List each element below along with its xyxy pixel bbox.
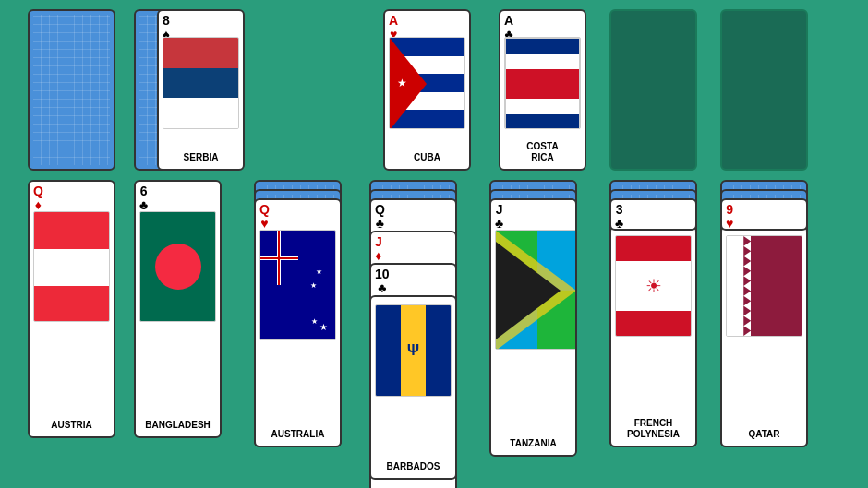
country-name-cuba: CUBA xyxy=(385,152,469,163)
card-9hearts[interactable]: 9♥ xyxy=(720,198,808,231)
card-value-australia: Q ♥ xyxy=(259,203,270,232)
country-name-austria: AUSTRIA xyxy=(30,420,114,431)
card-value-9h: 9♥ xyxy=(726,203,733,231)
card-3clubs[interactable]: 3♣ xyxy=(609,198,697,231)
card-austria[interactable]: Q ♦ AUSTRIA xyxy=(28,180,115,438)
game-area: 8 ♠ SERBIA A ♥ ★ xyxy=(0,0,868,488)
country-name-australia: AUSTRALIA xyxy=(256,429,340,440)
card-french-polynesia[interactable]: ☀ FRENCHPOLYNESIA xyxy=(609,226,697,447)
card-value-bangladesh: 6 ♣ xyxy=(139,184,148,213)
card-serbia[interactable]: 8 ♠ SERBIA xyxy=(157,9,245,171)
country-name-cr: COSTARICA xyxy=(500,141,585,163)
country-name-bangladesh: BANGLADESH xyxy=(136,420,220,431)
card-australia[interactable]: Q ♥ ★ ★ ★ ★ AUSTRALIA xyxy=(254,198,342,447)
country-name-qatar: QATAR xyxy=(722,429,806,440)
card-cuba[interactable]: A ♥ ★ CUBA xyxy=(383,9,471,171)
card-tanzania[interactable]: J♣ TANZANIA xyxy=(489,198,577,457)
card-value-austria: Q ♦ xyxy=(33,184,43,213)
card-qatar[interactable]: QATAR xyxy=(720,226,808,447)
card-costa-rica[interactable]: A ♣ COSTARICA xyxy=(499,9,586,171)
card-value-3c: 3♣ xyxy=(615,203,623,231)
country-name-barbados: BARBADOS xyxy=(371,461,455,472)
card-value-10c: 10♣ xyxy=(375,268,390,296)
country-name-tanzania: TANZANIA xyxy=(491,438,575,449)
card-value-qc: Q♣ xyxy=(375,203,385,232)
face-down-col1[interactable] xyxy=(28,9,115,171)
country-name-serbia: SERBIA xyxy=(159,152,243,163)
card-bangladesh[interactable]: 6 ♣ BANGLADESH xyxy=(134,180,222,438)
card-value-jd: J♦ xyxy=(375,235,382,264)
card-barbados[interactable]: Ψ BARBADOS xyxy=(369,295,457,480)
country-name-fp: FRENCHPOLYNESIA xyxy=(611,418,695,440)
empty-slot-col6[interactable] xyxy=(720,9,808,171)
empty-slot-col5[interactable] xyxy=(609,9,697,171)
card-value-tanzania: J♣ xyxy=(495,203,503,232)
